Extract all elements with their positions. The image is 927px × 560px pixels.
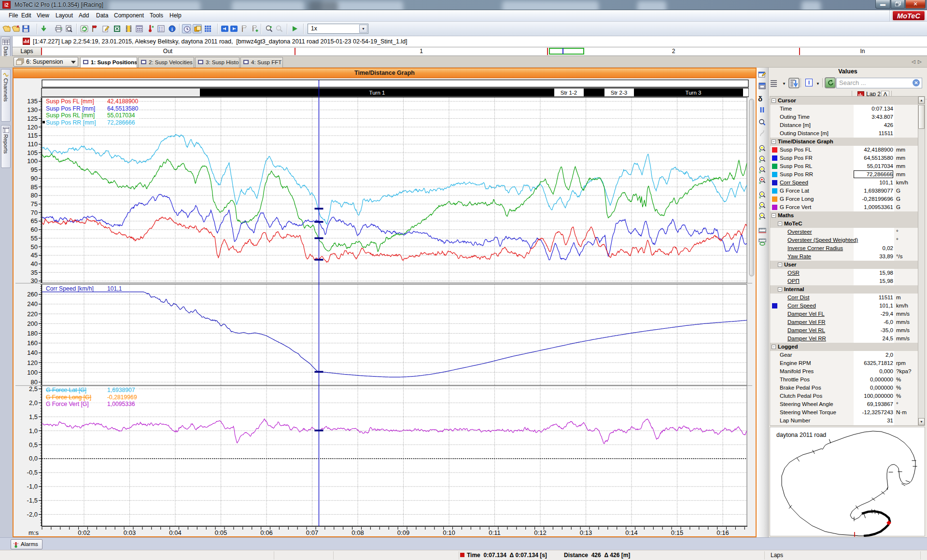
svg-text:0:07: 0:07 [306, 529, 318, 536]
svg-text:130: 130 [27, 106, 38, 113]
svg-text:140: 140 [27, 349, 38, 356]
svg-text:100: 100 [27, 157, 38, 165]
svg-text:0:11: 0:11 [489, 529, 500, 536]
svg-text:100: 100 [27, 369, 38, 376]
svg-text:50: 50 [31, 243, 38, 251]
svg-text:m:s: m:s [28, 529, 39, 536]
svg-text:0:14: 0:14 [625, 529, 637, 536]
svg-text:200: 200 [27, 320, 38, 327]
svg-text:Susp Pos FL [mm]: Susp Pos FL [mm] [46, 98, 94, 105]
svg-text:1,0095336: 1,0095336 [107, 401, 135, 407]
svg-text:115: 115 [28, 132, 38, 139]
svg-text:Str 1-2: Str 1-2 [561, 90, 577, 96]
svg-text:G Force Lat [G]: G Force Lat [G] [46, 387, 86, 393]
svg-text:105: 105 [27, 149, 38, 156]
svg-text:0:08: 0:08 [351, 529, 364, 536]
svg-text:80: 80 [31, 378, 38, 386]
svg-text:55: 55 [31, 235, 38, 242]
svg-text:42,4188900: 42,4188900 [107, 98, 139, 105]
svg-text:Turn 3: Turn 3 [686, 90, 702, 96]
svg-text:45: 45 [31, 252, 38, 259]
svg-text:135: 135 [27, 98, 38, 105]
svg-text:-1,0: -1,0 [27, 483, 38, 490]
svg-text:260: 260 [27, 291, 38, 298]
svg-text:80: 80 [31, 192, 38, 199]
svg-text:Str 2-3: Str 2-3 [611, 90, 628, 96]
svg-text:2,0: 2,0 [29, 399, 38, 406]
svg-text:Corr Speed [km/h]: Corr Speed [km/h] [46, 285, 94, 292]
svg-text:95: 95 [31, 166, 38, 173]
svg-text:90: 90 [31, 175, 38, 182]
svg-text:70: 70 [31, 209, 38, 216]
svg-text:0:12: 0:12 [534, 529, 546, 536]
svg-text:220: 220 [27, 310, 38, 318]
svg-text:75: 75 [31, 200, 38, 208]
svg-text:120: 120 [27, 124, 38, 131]
svg-text:35: 35 [31, 269, 38, 276]
svg-text:0:06: 0:06 [260, 529, 272, 536]
svg-text:0,0: 0,0 [29, 455, 38, 462]
svg-text:0:03: 0:03 [124, 529, 136, 536]
svg-text:0:05: 0:05 [215, 529, 227, 536]
svg-text:240: 240 [27, 300, 38, 308]
svg-text:110: 110 [28, 140, 38, 148]
svg-text:180: 180 [27, 330, 38, 337]
svg-text:85: 85 [31, 183, 38, 191]
svg-text:0,5: 0,5 [29, 441, 38, 448]
svg-text:0:15: 0:15 [671, 529, 683, 536]
svg-text:Susp Pos FR [mm]: Susp Pos FR [mm] [46, 105, 95, 112]
svg-text:101,1: 101,1 [107, 285, 122, 292]
svg-text:G Force Long [G]: G Force Long [G] [46, 394, 91, 401]
svg-text:1,6938907: 1,6938907 [107, 387, 135, 393]
svg-text:1,0: 1,0 [29, 427, 38, 434]
svg-text:0:02: 0:02 [78, 529, 90, 536]
svg-text:Turn 1: Turn 1 [369, 90, 385, 96]
svg-text:55,017034: 55,017034 [107, 112, 135, 119]
svg-text:0:13: 0:13 [580, 529, 592, 536]
svg-text:60: 60 [31, 226, 38, 233]
svg-text:0:10: 0:10 [443, 529, 455, 536]
svg-text:120: 120 [27, 359, 38, 366]
svg-text:125: 125 [27, 115, 38, 122]
svg-text:-0,2819969: -0,2819969 [107, 394, 137, 401]
svg-text:64,5513580: 64,5513580 [107, 105, 139, 112]
svg-text:2,5: 2,5 [29, 385, 38, 392]
svg-text:Susp Pos RL [mm]: Susp Pos RL [mm] [46, 112, 95, 119]
svg-text:G Force Vert [G]: G Force Vert [G] [46, 401, 89, 407]
svg-text:40: 40 [31, 260, 38, 267]
svg-text:0:09: 0:09 [397, 529, 409, 536]
svg-text:Susp Pos RR [mm]: Susp Pos RR [mm] [46, 119, 96, 126]
svg-text:-2,0: -2,0 [27, 511, 38, 518]
svg-text:72,286666: 72,286666 [107, 119, 135, 126]
svg-text:-1,5: -1,5 [27, 497, 38, 504]
svg-text:0:16: 0:16 [716, 529, 729, 536]
svg-text:-0,5: -0,5 [27, 469, 38, 476]
svg-text:1,5: 1,5 [29, 413, 38, 420]
svg-text:0:04: 0:04 [169, 529, 181, 536]
svg-text:65: 65 [31, 217, 38, 224]
svg-text:160: 160 [27, 339, 38, 347]
